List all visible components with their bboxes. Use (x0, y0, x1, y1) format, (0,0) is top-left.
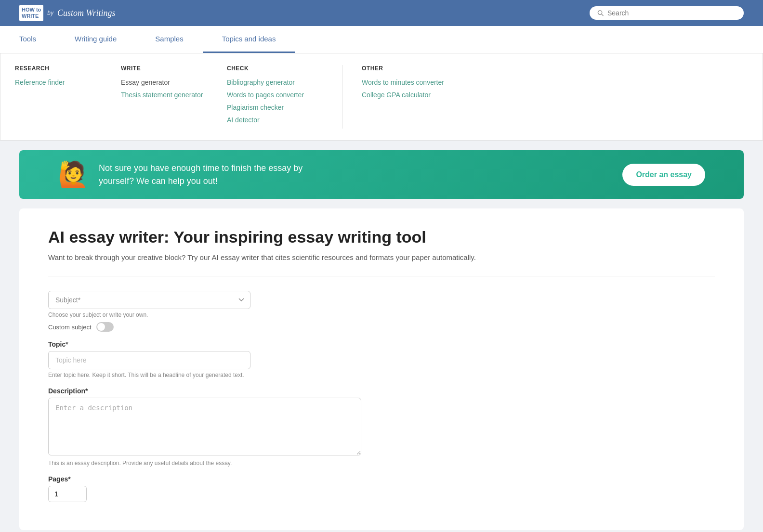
nav-item-tools[interactable]: Tools (0, 26, 55, 53)
description-hint: This is an essay description. Provide an… (48, 460, 715, 467)
logo-brand: Custom Writings (57, 8, 116, 18)
banner-left: 🙋 Not sure you have enough time to finis… (58, 160, 340, 189)
order-essay-button[interactable]: Order an essay (622, 164, 705, 186)
logo: HOW to WRITE by Custom Writings (19, 5, 116, 21)
banner-emoji: 🙋 (58, 160, 89, 189)
nav-item-topics-ideas[interactable]: Topics and ideas (203, 26, 295, 53)
topic-label: Topic* (48, 340, 715, 348)
search-icon (597, 10, 604, 16)
topic-field: Topic* Enter topic here. Keep it short. … (48, 340, 715, 378)
description-textarea[interactable] (48, 398, 361, 455)
custom-subject-row: Custom subject (48, 322, 250, 332)
nav: Tools Writing guide Samples Topics and i… (0, 26, 763, 53)
custom-subject-label: Custom subject (48, 324, 92, 331)
search-box[interactable] (590, 6, 744, 20)
subject-select[interactable]: Subject* (48, 291, 250, 309)
other-col: OTHER Words to minutes converter College… (362, 65, 468, 129)
essay-generator-link[interactable]: Essay generator (121, 78, 208, 86)
description-field: Description* This is an essay descriptio… (48, 387, 715, 467)
check-col: CHECK Bibliography generator Words to pa… (227, 65, 342, 129)
subject-field: Subject* Choose your subject or write yo… (48, 291, 250, 332)
plagiarism-checker-link[interactable]: Plagiarism checker (227, 104, 323, 111)
topic-hint: Enter topic here. Keep it short. This wi… (48, 372, 715, 378)
research-section-title: RESEARCH (15, 65, 102, 72)
bibliography-generator-link[interactable]: Bibliography generator (227, 78, 323, 86)
logo-by: by (47, 10, 53, 16)
pages-field: Pages* (48, 475, 715, 502)
banner: 🙋 Not sure you have enough time to finis… (19, 150, 744, 199)
nav-item-samples[interactable]: Samples (136, 26, 202, 53)
page-subtitle: Want to break through your creative bloc… (48, 253, 715, 261)
other-section-title: OTHER (362, 65, 468, 72)
search-input[interactable] (607, 9, 736, 17)
pages-input[interactable] (48, 486, 87, 502)
header: HOW to WRITE by Custom Writings (0, 0, 763, 26)
words-to-pages-converter-link[interactable]: Words to pages converter (227, 91, 323, 99)
research-col: RESEARCH Reference finder (15, 65, 102, 129)
subject-hint: Choose your subject or write your own. (48, 311, 250, 318)
check-section-title: CHECK (227, 65, 323, 72)
write-col: WRITE Essay generator Thesis statement g… (121, 65, 208, 129)
reference-finder-link[interactable]: Reference finder (15, 78, 102, 86)
banner-text: Not sure you have enough time to finish … (99, 162, 340, 188)
words-to-minutes-converter-link[interactable]: Words to minutes converter (362, 78, 468, 86)
main-content: AI essay writer: Your inspiring essay wr… (19, 208, 744, 530)
pages-label: Pages* (48, 475, 715, 483)
nav-item-writing-guide[interactable]: Writing guide (55, 26, 136, 53)
dropdown-menu: RESEARCH Reference finder WRITE Essay ge… (0, 53, 763, 141)
college-gpa-calculator-link[interactable]: College GPA calculator (362, 91, 468, 99)
form-divider (48, 276, 715, 276)
page-title: AI essay writer: Your inspiring essay wr… (48, 228, 715, 247)
thesis-statement-generator-link[interactable]: Thesis statement generator (121, 91, 208, 99)
custom-subject-toggle[interactable] (96, 322, 114, 332)
description-label: Description* (48, 387, 715, 395)
ai-detector-link[interactable]: AI detector (227, 116, 323, 124)
svg-line-1 (602, 14, 603, 15)
write-section-title: WRITE (121, 65, 208, 72)
topic-input[interactable] (48, 351, 250, 369)
logo-icon: HOW to WRITE (19, 5, 43, 21)
